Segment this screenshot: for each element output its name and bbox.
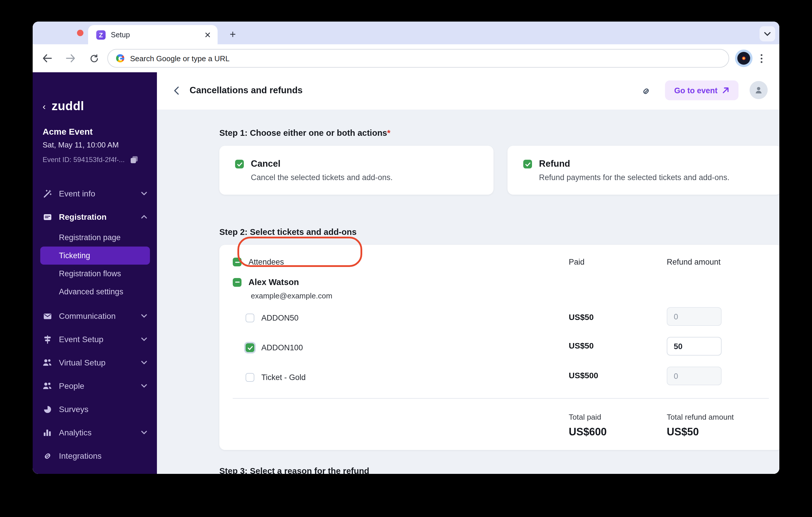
step1-heading: Step 1: Choose either one or both action…: [219, 128, 390, 138]
totals-divider: [233, 398, 769, 399]
total-refund-label: Total refund amount: [667, 413, 734, 421]
browser-profile-avatar[interactable]: [737, 52, 750, 65]
total-paid-label: Total paid: [569, 413, 601, 421]
required-asterisk: *: [387, 128, 390, 138]
annotation-highlight: [237, 237, 362, 267]
refund-action-card[interactable]: Refund Refund payments for the selected …: [508, 146, 779, 195]
sidebar-item-analytics[interactable]: Analytics: [33, 421, 157, 444]
addon50-refund-input[interactable]: [667, 307, 722, 326]
refund-column-header: Refund amount: [667, 257, 721, 266]
sidebar-item-people[interactable]: People: [33, 374, 157, 397]
step2-heading: Step 2: Select tickets and add-ons: [219, 227, 357, 237]
link-icon: [42, 451, 52, 460]
addon100-refund-input[interactable]: [667, 337, 722, 356]
ticket-row-gold: Ticket - Gold: [245, 373, 306, 382]
chevron-down-icon: [141, 337, 147, 341]
forward-icon[interactable]: [63, 51, 78, 66]
sidebar-item-label: Integrations: [59, 451, 147, 460]
copy-icon[interactable]: [130, 156, 138, 163]
cancel-action-card[interactable]: Cancel Cancel the selected tickets and a…: [219, 146, 493, 195]
sidebar-item-ticketing[interactable]: Ticketing: [40, 247, 150, 265]
ticket-gold-checkbox[interactable]: [245, 373, 254, 382]
close-window-button[interactable]: [77, 30, 83, 36]
sidebar-logo[interactable]: ‹ zuddl: [42, 99, 84, 113]
tab-close-icon[interactable]: ✕: [202, 30, 213, 39]
event-id-row: Event ID: 594153fd-2f4f-...: [42, 156, 138, 164]
zuddl-app: ‹ zuddl Acme Event Sat, May 11, 10:00 AM…: [33, 72, 779, 474]
back-chevron-icon[interactable]: [174, 86, 179, 95]
browser-toolbar: Search Google or type a URL: [33, 44, 779, 72]
sidebar-item-label: Advanced settings: [59, 287, 123, 296]
sidebar-item-label: Ticketing: [59, 251, 90, 260]
envelope-icon: [42, 311, 52, 321]
step3-heading: Step 3: Select a reason for the refund: [219, 466, 369, 474]
cancel-card-desc: Cancel the selected tickets and add-ons.: [251, 173, 393, 182]
sidebar-item-registration[interactable]: Registration: [33, 205, 157, 229]
addon50-checkbox[interactable]: [245, 313, 254, 322]
cancel-checkbox[interactable]: [235, 160, 244, 169]
sidebar-item-registration-flows[interactable]: Registration flows: [33, 265, 157, 283]
chevron-down-icon: [141, 192, 147, 195]
tab-title: Setup: [111, 31, 202, 39]
sidebar: ‹ zuddl Acme Event Sat, May 11, 10:00 AM…: [33, 72, 157, 474]
attendee-name: Alex Watson: [249, 277, 299, 287]
browser-tab-strip: Z Setup ✕ +: [33, 22, 779, 44]
go-to-event-label: Go to event: [674, 86, 718, 95]
sidebar-item-label: Registration: [59, 212, 141, 221]
cancel-card-title: Cancel: [251, 158, 393, 169]
people-icon: [42, 381, 52, 391]
new-tab-button[interactable]: +: [226, 27, 240, 41]
total-paid-value: US$600: [569, 426, 607, 438]
sidebar-item-virtual-setup[interactable]: Virtual Setup: [33, 351, 157, 374]
sidebar-item-label: Event Setup: [59, 335, 141, 344]
sidebar-item-registration-page[interactable]: Registration page: [33, 229, 157, 247]
addon50-label: ADDON50: [261, 313, 299, 322]
registration-card-icon: [42, 212, 52, 221]
addon100-paid: US$50: [569, 341, 594, 350]
addon100-label: ADDON100: [261, 343, 303, 352]
sidebar-item-event-setup[interactable]: Event Setup: [33, 328, 157, 351]
go-to-event-button[interactable]: Go to event: [665, 81, 738, 100]
ticket-row-addon100: ADDON100: [245, 343, 303, 352]
sidebar-item-label: Virtual Setup: [59, 358, 141, 367]
sidebar-item-recordings[interactable]: Recordings: [33, 467, 157, 474]
sidebar-item-label: Analytics: [59, 428, 141, 437]
ticket-gold-label: Ticket - Gold: [261, 373, 306, 382]
refund-card-desc: Refund payments for the selected tickets…: [539, 173, 729, 182]
back-icon[interactable]: [40, 51, 55, 66]
sidebar-item-communication[interactable]: Communication: [33, 304, 157, 328]
event-id-text: Event ID: 594153fd-2f4f-...: [42, 156, 125, 164]
reload-icon[interactable]: [86, 51, 102, 66]
refund-card-title: Refund: [539, 158, 729, 169]
pie-chart-icon: [42, 404, 52, 414]
browser-tab[interactable]: Z Setup ✕: [88, 25, 218, 44]
bar-chart-icon: [42, 428, 52, 437]
sidebar-item-integrations[interactable]: Integrations: [33, 444, 157, 467]
browser-menu-icon[interactable]: [761, 54, 762, 63]
chevron-down-icon: [141, 384, 147, 388]
collapse-sidebar-icon[interactable]: ‹: [42, 101, 46, 112]
user-avatar[interactable]: [750, 81, 768, 99]
attendee-email: example@example.com: [251, 292, 332, 300]
sidebar-item-label: Event info: [59, 189, 141, 198]
total-refund-value: US$50: [667, 426, 699, 438]
event-datetime: Sat, May 11, 10:00 AM: [42, 141, 119, 149]
sidebar-menu: Event info Registration Registration pag…: [33, 182, 157, 474]
arrow-up-right-icon: [722, 87, 729, 94]
sidebar-item-surveys[interactable]: Surveys: [33, 397, 157, 421]
sidebar-item-label: Surveys: [59, 404, 147, 414]
tab-overview-chevron-icon[interactable]: [759, 26, 775, 41]
step1-heading-text: Step 1: Choose either one or both action…: [219, 128, 387, 138]
copy-link-icon[interactable]: [641, 86, 651, 96]
address-bar-text: Search Google or type a URL: [130, 54, 230, 63]
zuddl-logo-text: zuddl: [52, 99, 84, 113]
addon100-checkbox[interactable]: [245, 343, 254, 352]
sidebar-item-advanced-settings[interactable]: Advanced settings: [33, 283, 157, 301]
person-icon: [754, 86, 763, 94]
ticket-gold-refund-input[interactable]: [667, 367, 722, 385]
attendee-row: Alex Watson: [233, 277, 299, 287]
address-bar[interactable]: Search Google or type a URL: [107, 49, 729, 68]
attendee-checkbox[interactable]: [233, 278, 241, 286]
sidebar-item-event-info[interactable]: Event info: [33, 182, 157, 205]
refund-checkbox[interactable]: [523, 160, 532, 169]
